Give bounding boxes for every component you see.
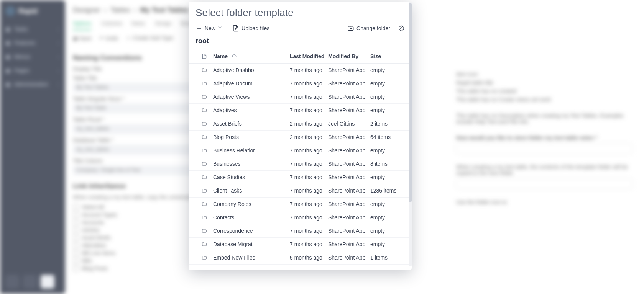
row-modified: 7 months ago xyxy=(290,67,328,73)
svg-point-4 xyxy=(401,28,402,29)
row-modified: 7 months ago xyxy=(290,107,328,113)
select-folder-dialog: Select folder template New Upload files xyxy=(189,2,412,270)
row-size: empty xyxy=(370,174,405,180)
row-size: 1286 items xyxy=(370,188,405,194)
folder-icon xyxy=(196,134,213,140)
row-size: 1 items xyxy=(370,255,405,261)
gear-cube-icon xyxy=(398,25,405,32)
row-size: empty xyxy=(370,201,405,207)
row-by: SharePoint App xyxy=(328,107,370,113)
table-body: Adaptive Dashbo7 months agoSharePoint Ap… xyxy=(189,64,412,265)
row-by: SharePoint App xyxy=(328,134,370,140)
row-modified: 7 months ago xyxy=(290,201,328,207)
row-name: Business Relatior xyxy=(213,147,282,154)
col-name[interactable]: Name xyxy=(213,53,228,59)
dialog-scrollbar[interactable] xyxy=(409,2,412,266)
folder-icon xyxy=(196,148,213,153)
row-name: Asset Briefs xyxy=(213,121,282,127)
table-row[interactable]: Client Tasks7 months agoSharePoint App12… xyxy=(189,184,412,198)
row-by: SharePoint App xyxy=(328,201,370,207)
folder-icon xyxy=(196,255,213,260)
folder-move-icon xyxy=(347,25,354,32)
col-size[interactable]: Size xyxy=(370,53,405,59)
folder-icon xyxy=(196,175,213,180)
row-by: SharePoint App xyxy=(328,80,370,87)
row-size: empty xyxy=(370,67,405,73)
folder-icon xyxy=(196,201,213,207)
row-name: Blog Posts xyxy=(213,134,282,140)
row-size: empty xyxy=(370,107,405,113)
row-modified: 5 months ago xyxy=(290,255,328,261)
row-by: SharePoint App xyxy=(328,94,370,100)
table-row[interactable]: Correspondence7 months agoSharePoint App… xyxy=(189,224,412,238)
row-name: Adaptive Views xyxy=(213,94,282,100)
table-row[interactable]: Adaptive Views7 months agoSharePoint App… xyxy=(189,90,412,104)
upload-files-button[interactable]: Upload files xyxy=(232,25,269,32)
folder-icon xyxy=(196,228,213,234)
upload-file-icon xyxy=(232,25,239,32)
row-name: Adaptive Dashbo xyxy=(213,67,282,73)
table-row[interactable]: Embed New Files5 months agoSharePoint Ap… xyxy=(189,251,412,265)
folder-icon xyxy=(196,188,213,193)
cloud-sync-icon xyxy=(232,53,237,59)
row-name: Contacts xyxy=(213,214,282,220)
header-file-icon xyxy=(196,53,213,59)
table-row[interactable]: Blog Posts2 months agoSharePoint App64 i… xyxy=(189,131,412,144)
svg-marker-3 xyxy=(399,26,404,31)
row-modified: 2 months ago xyxy=(290,121,328,127)
folder-icon xyxy=(196,108,213,113)
row-name: Client Tasks xyxy=(213,188,282,194)
row-name: Database Migrat xyxy=(213,241,282,247)
table-row[interactable]: Database Migrat7 months agoSharePoint Ap… xyxy=(189,238,412,251)
row-modified: 7 months ago xyxy=(290,214,328,220)
row-name: Company Roles xyxy=(213,201,282,207)
row-size: empty xyxy=(370,147,405,154)
table-row[interactable]: Business Relatior7 months agoSharePoint … xyxy=(189,144,412,157)
table-row[interactable]: Case Studies7 months agoSharePoint Appem… xyxy=(189,171,412,184)
chevron-down-icon xyxy=(218,25,225,32)
row-size: empty xyxy=(370,241,405,247)
new-button[interactable]: New xyxy=(196,25,225,32)
row-by: SharePoint App xyxy=(328,174,370,180)
table-row[interactable]: Businesses7 months agoSharePoint App8 it… xyxy=(189,157,412,171)
new-label: New xyxy=(205,25,215,31)
table-row[interactable]: Company Roles7 months agoSharePoint Appe… xyxy=(189,198,412,211)
folder-icon xyxy=(196,121,213,126)
folder-icon xyxy=(196,215,213,220)
settings-button[interactable] xyxy=(398,25,405,32)
row-size: empty xyxy=(370,94,405,100)
folder-icon xyxy=(196,161,213,167)
upload-label: Upload files xyxy=(242,25,269,31)
row-modified: 7 months ago xyxy=(290,228,328,234)
row-name: Case Studies xyxy=(213,174,282,180)
row-name: Adaptives xyxy=(213,107,282,113)
col-modified[interactable]: Last Modified xyxy=(290,53,328,59)
row-modified: 7 months ago xyxy=(290,80,328,87)
dialog-toolbar: New Upload files Change folder xyxy=(189,21,412,37)
row-modified: 7 months ago xyxy=(290,147,328,154)
scrollbar-thumb[interactable] xyxy=(409,3,412,202)
table-row[interactable]: Contacts7 months agoSharePoint Appempty xyxy=(189,211,412,224)
row-by: SharePoint App xyxy=(328,67,370,73)
row-modified: 7 months ago xyxy=(290,241,328,247)
plus-icon xyxy=(196,25,202,32)
row-by: SharePoint App xyxy=(328,161,370,167)
table-row[interactable]: Adaptives7 months agoSharePoint Appempty xyxy=(189,104,412,117)
row-name: Adaptive Docum xyxy=(213,80,282,87)
folder-icon xyxy=(196,94,213,100)
table-row[interactable]: Adaptive Docum7 months agoSharePoint App… xyxy=(189,77,412,90)
current-path: root xyxy=(189,37,412,49)
change-folder-button[interactable]: Change folder xyxy=(347,25,390,32)
row-size: 8 items xyxy=(370,161,405,167)
table-row[interactable]: Asset Briefs2 months agoJoel Gittins2 it… xyxy=(189,117,412,131)
row-by: SharePoint App xyxy=(328,147,370,154)
row-size: 2 items xyxy=(370,121,405,127)
row-size: empty xyxy=(370,80,405,87)
row-name: Embed New Files xyxy=(213,255,282,261)
row-by: SharePoint App xyxy=(328,228,370,234)
row-by: SharePoint App xyxy=(328,241,370,247)
table-row[interactable]: Adaptive Dashbo7 months agoSharePoint Ap… xyxy=(189,64,412,77)
col-by[interactable]: Modified By xyxy=(328,53,370,59)
row-name: Businesses xyxy=(213,161,282,167)
row-size: empty xyxy=(370,228,405,234)
